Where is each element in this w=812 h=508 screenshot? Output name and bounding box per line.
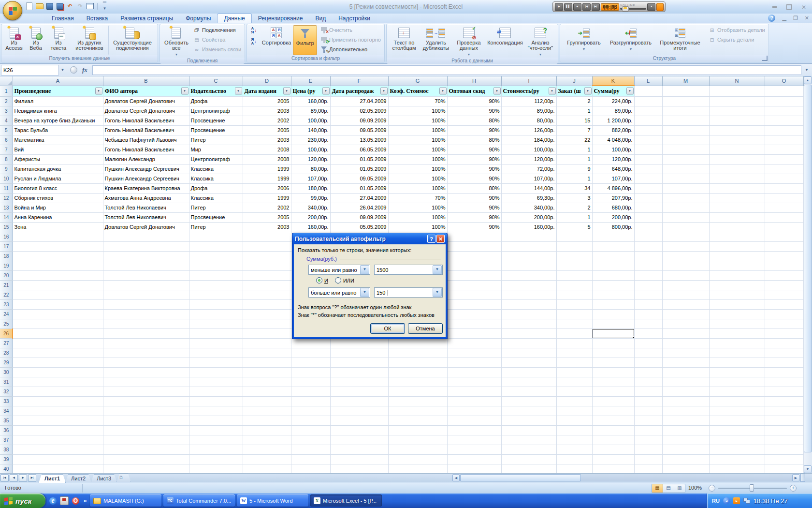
cell-O3[interactable]: [765, 106, 803, 116]
cell-C2[interactable]: Дрофа: [189, 96, 243, 106]
cell-E15[interactable]: 160,00р.: [291, 222, 330, 232]
cell-M33[interactable]: [662, 396, 709, 406]
cell-B19[interactable]: [103, 261, 189, 270]
cell-H40[interactable]: [447, 464, 501, 473]
cell-E36[interactable]: [291, 425, 330, 435]
cell-J28[interactable]: [556, 348, 592, 358]
cell-I39[interactable]: [501, 454, 556, 464]
cell-C5[interactable]: Просвещение: [189, 125, 243, 135]
cell-L30[interactable]: [634, 367, 662, 377]
cell-L15[interactable]: [634, 222, 662, 232]
cell-L19[interactable]: [634, 261, 662, 270]
ribbon-tab-0[interactable]: Главная: [45, 14, 80, 23]
cell-M1[interactable]: [662, 86, 709, 96]
workbook-restore-button[interactable]: ❐: [793, 16, 798, 20]
cell-L28[interactable]: [634, 348, 662, 358]
name-box-dropdown[interactable]: ▼: [59, 65, 66, 75]
cell-D28[interactable]: [243, 348, 291, 358]
cell-K11[interactable]: 4 896,00р.: [592, 183, 634, 193]
filter-button-E[interactable]: ▼: [322, 88, 330, 95]
cell-H19[interactable]: [447, 261, 501, 270]
cell-G31[interactable]: [388, 377, 447, 387]
dialog-help-button[interactable]: ?: [427, 235, 435, 243]
cell-N35[interactable]: [709, 416, 765, 425]
cell-C11[interactable]: Дрофа: [189, 183, 243, 193]
start-button[interactable]: пуск: [0, 493, 45, 508]
cell-H4[interactable]: 80%: [447, 116, 501, 125]
cell-N13[interactable]: [709, 203, 765, 212]
cell-C19[interactable]: [189, 261, 243, 270]
cell-D30[interactable]: [243, 367, 291, 377]
cell-J27[interactable]: [556, 338, 592, 348]
cell-A3[interactable]: Невидимая книга: [13, 106, 103, 116]
cell-E10[interactable]: 107,00р.: [291, 174, 330, 183]
player-eject-button[interactable]: ▲: [647, 3, 655, 11]
quick-launch-more-icon[interactable]: »: [83, 497, 87, 505]
cell-K35[interactable]: [592, 416, 634, 425]
cell-F28[interactable]: [330, 348, 388, 358]
cell-O25[interactable]: [765, 319, 803, 329]
filter-button-F[interactable]: ▼: [380, 88, 388, 95]
row-header-39[interactable]: 39: [0, 454, 13, 464]
office-button[interactable]: [3, 1, 22, 20]
cell-G5[interactable]: 100%: [388, 125, 447, 135]
cell-O17[interactable]: [765, 241, 803, 251]
insert-worksheet-tab[interactable]: 🗋: [116, 474, 131, 482]
language-indicator[interactable]: RU: [712, 498, 720, 504]
cell-M5[interactable]: [662, 125, 709, 135]
cell-L3[interactable]: [634, 106, 662, 116]
cell-G3[interactable]: 100%: [388, 106, 447, 116]
cell-L18[interactable]: [634, 251, 662, 261]
dialog-close-button[interactable]: ✕: [436, 235, 445, 243]
cell-F29[interactable]: [330, 358, 388, 367]
or-radio[interactable]: ИЛИ: [335, 277, 354, 284]
cell-E12[interactable]: 99,00р.: [291, 193, 330, 203]
cell-A14[interactable]: Анна Каренина: [13, 212, 103, 222]
cell-K40[interactable]: [592, 464, 634, 473]
cell-C33[interactable]: [189, 396, 243, 406]
cell-O36[interactable]: [765, 425, 803, 435]
data-validation-button[interactable]: ✓⊘ Проверка данных ▼: [452, 25, 486, 58]
cell-G35[interactable]: [388, 416, 447, 425]
cell-M19[interactable]: [662, 261, 709, 270]
cell-C24[interactable]: [189, 309, 243, 319]
cell-L10[interactable]: [634, 174, 662, 183]
cell-B31[interactable]: [103, 377, 189, 387]
cell-J20[interactable]: [556, 270, 592, 280]
cell-C38[interactable]: [189, 445, 243, 454]
cell-E13[interactable]: 340,00р.: [291, 203, 330, 212]
column-header-E[interactable]: E: [291, 76, 330, 86]
cell-E4[interactable]: 100,00р.: [291, 116, 330, 125]
cell-C37[interactable]: [189, 435, 243, 445]
cell-B11[interactable]: Краева Екатерина Викторовна: [103, 183, 189, 193]
cell-G4[interactable]: 100%: [388, 116, 447, 125]
horizontal-scrollbar[interactable]: ◀ ▶: [452, 474, 805, 481]
cell-L7[interactable]: [634, 145, 662, 154]
scroll-up-icon[interactable]: ▲: [804, 76, 812, 84]
cell-D17[interactable]: [243, 241, 291, 251]
row-header-30[interactable]: 30: [0, 367, 13, 377]
cell-N10[interactable]: [709, 174, 765, 183]
cell-A9[interactable]: Капитанская дочка: [13, 164, 103, 174]
cell-M31[interactable]: [662, 377, 709, 387]
cell-B35[interactable]: [103, 416, 189, 425]
cell-E1[interactable]: Цена (ру▼: [291, 86, 330, 96]
cell-A18[interactable]: [13, 251, 103, 261]
cell-C23[interactable]: [189, 299, 243, 309]
and-radio[interactable]: И: [316, 277, 328, 284]
cell-J39[interactable]: [556, 454, 592, 464]
cell-K33[interactable]: [592, 396, 634, 406]
qat-customize-button[interactable]: ▔▾: [101, 2, 109, 10]
cell-D6[interactable]: 2003: [243, 135, 291, 145]
cell-H6[interactable]: 80%: [447, 135, 501, 145]
cell-N9[interactable]: [709, 164, 765, 174]
cell-I26[interactable]: [501, 329, 556, 338]
what-if-analysis-button[interactable]: ? Анализ "что-если" ▼: [524, 25, 556, 58]
cell-B12[interactable]: Ахматова Анна Андреевна: [103, 193, 189, 203]
cell-O13[interactable]: [765, 203, 803, 212]
cell-F11[interactable]: 01.05.2009: [330, 183, 388, 193]
zoom-slider-thumb[interactable]: [750, 484, 754, 492]
taskbar-window-0[interactable]: MALAMASH (G:): [90, 494, 161, 507]
cell-D10[interactable]: 1999: [243, 174, 291, 183]
insert-function-button[interactable]: fx: [82, 66, 87, 74]
